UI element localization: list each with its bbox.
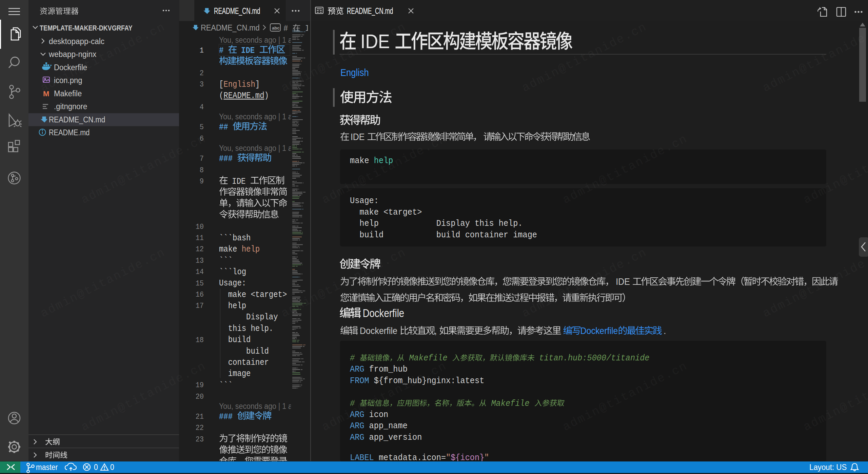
svg-text:You, seconds ago | 1 au: You, seconds ago | 1 au: [219, 112, 296, 121]
svg-text:LABEL: LABEL: [350, 453, 374, 463]
svg-text:ARG: ARG: [350, 364, 364, 374]
svg-text:make: make: [219, 244, 237, 254]
svg-text:from_hub: from_hub: [369, 364, 408, 374]
svg-text:##: ##: [219, 122, 228, 132]
svg-text:You, seconds ago | 1 au: You, seconds ago | 1 au: [219, 402, 296, 411]
svg-text:this help.: this help.: [228, 324, 274, 334]
svg-text:Dockerfile: Dockerfile: [360, 325, 397, 336]
svg-text:icon.png: icon.png: [54, 76, 82, 85]
svg-text:17: 17: [196, 302, 204, 310]
svg-text:```: ```: [219, 256, 233, 265]
svg-text:6: 6: [200, 135, 204, 143]
svg-text:README_CN.md: README_CN.md: [201, 23, 260, 32]
svg-text:help: help: [374, 156, 393, 166]
svg-text:README_CN.md: README_CN.md: [49, 115, 105, 124]
svg-text:desktopapp-calc: desktopapp-calc: [49, 37, 104, 46]
svg-text:```log: ```log: [219, 267, 246, 277]
svg-text:0: 0: [110, 463, 114, 472]
svg-text:ARG: ARG: [350, 410, 364, 420]
svg-text:TEMPLATE-MAKER-DKVGRFAY: TEMPLATE-MAKER-DKVGRFAY: [40, 24, 133, 32]
svg-text:Layout: US: Layout: US: [809, 463, 847, 472]
svg-text:README_CN.md: README_CN.md: [214, 6, 260, 16]
svg-text:23: 23: [196, 435, 204, 444]
svg-text:abc: abc: [272, 25, 279, 31]
svg-text:Dockerfile: Dockerfile: [54, 63, 87, 72]
svg-text:Usage:: Usage:: [219, 278, 246, 288]
svg-text:15: 15: [196, 279, 204, 288]
svg-text:build: build: [228, 335, 251, 345]
svg-text:0: 0: [94, 463, 98, 472]
svg-text:IDE: IDE: [305, 24, 319, 34]
svg-text:README.md: README.md: [49, 128, 90, 137]
svg-text:#: #: [350, 353, 355, 363]
svg-text:M: M: [43, 90, 49, 98]
svg-text:13: 13: [196, 257, 204, 265]
svg-text:3: 3: [200, 80, 204, 89]
svg-text:make: make: [350, 156, 369, 166]
svg-text:###: ###: [219, 154, 233, 164]
svg-text:titan.hub:5000/titanide: titan.hub:5000/titanide: [539, 353, 650, 363]
svg-text:#: #: [219, 46, 223, 56]
svg-text:container: container: [228, 358, 269, 368]
svg-text:9: 9: [200, 177, 204, 186]
svg-text:${icon}: ${icon}: [451, 453, 484, 463]
svg-text:#: #: [283, 24, 288, 34]
svg-text:Dockerfile: Dockerfile: [580, 325, 618, 336]
svg-text:#: #: [350, 398, 355, 409]
svg-text:ARG: ARG: [350, 421, 364, 431]
svg-text:Dockerfile: Dockerfile: [363, 307, 404, 319]
svg-text:,: ,: [434, 325, 437, 336]
svg-text:14: 14: [196, 268, 204, 276]
svg-text:English: English: [340, 67, 369, 78]
svg-text:8: 8: [200, 166, 204, 175]
svg-text:help Display this h: help Display this help.: [359, 218, 522, 229]
svg-text:```bash: ```bash: [219, 233, 251, 243]
svg-text:5: 5: [200, 123, 204, 132]
svg-text:": ": [446, 453, 451, 463]
svg-text:image: image: [228, 369, 251, 379]
svg-text:You, seconds ago | 1 au: You, seconds ago | 1 au: [219, 36, 296, 44]
svg-text:[: [: [219, 80, 223, 90]
svg-text:build build containe: build build container image: [359, 230, 537, 240]
svg-text:help: help: [242, 244, 260, 254]
svg-text:1: 1: [200, 46, 204, 55]
svg-text:): ): [264, 91, 269, 101]
svg-text:make <target>: make <target>: [228, 290, 287, 300]
svg-text:README_CN.md: README_CN.md: [347, 6, 393, 16]
svg-text:Makefile: Makefile: [409, 353, 447, 363]
svg-text:IDE: IDE: [360, 30, 390, 52]
svg-text:app_version: app_version: [369, 432, 422, 442]
svg-text:22: 22: [196, 424, 204, 432]
svg-text:16: 16: [196, 291, 204, 299]
svg-text:metadata.icon=: metadata.icon=: [379, 453, 446, 463]
svg-text:Display: Display: [246, 312, 278, 322]
svg-text:Makefile: Makefile: [491, 398, 529, 409]
svg-text:###: ###: [219, 412, 233, 422]
svg-text:2: 2: [200, 69, 204, 78]
svg-text:FROM: FROM: [350, 376, 369, 386]
svg-text:19: 19: [196, 381, 204, 390]
svg-text:]: ]: [255, 80, 260, 90]
svg-text:```: ```: [219, 380, 233, 390]
svg-text:You, seconds ago | 1 au: You, seconds ago | 1 au: [219, 144, 296, 153]
svg-text:ARG: ARG: [350, 432, 364, 442]
svg-text:(: (: [219, 91, 223, 101]
svg-text:": ": [484, 453, 489, 463]
svg-text:README.md: README.md: [223, 91, 264, 101]
svg-text:IDE: IDE: [351, 132, 365, 142]
svg-text:${from_hub}nginx:latest: ${from_hub}nginx:latest: [374, 376, 485, 386]
svg-text:IDE: IDE: [241, 46, 255, 56]
svg-text:master: master: [36, 463, 58, 472]
svg-text:English: English: [223, 80, 255, 90]
svg-text:.gitngnore: .gitngnore: [54, 102, 87, 111]
svg-text:18: 18: [196, 336, 204, 344]
svg-text:IDE: IDE: [616, 276, 630, 287]
svg-text:webapp-nginx: webapp-nginx: [48, 50, 97, 59]
svg-text:Makefile: Makefile: [54, 89, 82, 98]
svg-text:IDE: IDE: [232, 177, 245, 186]
svg-text:21: 21: [196, 413, 204, 421]
svg-text:.: .: [664, 325, 666, 336]
svg-text:10: 10: [196, 223, 204, 231]
svg-text:help: help: [228, 301, 246, 311]
svg-text:20: 20: [196, 393, 204, 401]
